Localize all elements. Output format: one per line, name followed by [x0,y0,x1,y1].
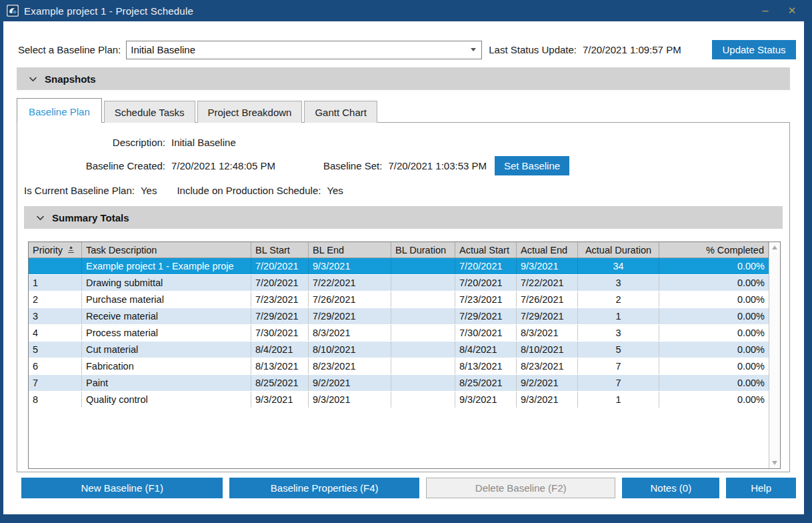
table-cell: 7/23/2021 [251,292,309,308]
baseline-plan-panel: Description: Initial Baseline Baseline C… [17,122,790,472]
include-production-label: Include on Production Schedule: [177,185,321,196]
description-label: Description: [17,137,165,148]
table-cell: 8/3/2021 [517,325,578,341]
table-cell: 7/20/2021 [455,275,517,291]
scroll-down-icon[interactable] [772,461,777,465]
table-cell: 1 [578,392,659,408]
table-cell: 7/23/2021 [455,292,517,308]
set-baseline-button[interactable]: Set Baseline [495,156,569,175]
table-cell: Purchase material [82,292,251,308]
table-cell [391,375,455,391]
table-cell: 5 [578,342,659,358]
table-cell: 7/26/2021 [309,292,391,308]
column-header-task-description[interactable]: Task Description [82,242,251,257]
table-cell: 9/3/2021 [251,392,309,408]
app-icon [7,5,19,17]
new-baseline-button[interactable]: New Baseline (F1) [21,478,223,498]
table-cell: 0.00% [659,358,769,374]
table-cell: Receive material [82,308,251,324]
minimize-button[interactable]: – [752,2,779,19]
table-cell: Cut material [82,342,251,358]
column-header-actual-end[interactable]: Actual End [517,242,578,257]
table-cell: 3 [29,308,82,324]
baseline-properties-button[interactable]: Baseline Properties (F4) [229,478,419,498]
table-row[interactable]: 7Paint8/25/20219/2/20218/25/20219/2/2021… [29,375,769,392]
table-cell: Paint [82,375,251,391]
table-cell: 7/22/2021 [309,275,391,291]
table-cell: 8/13/2021 [455,358,517,374]
table-cell: 8/25/2021 [251,375,309,391]
table-cell: 9/2/2021 [309,375,391,391]
table-cell [391,358,455,374]
table-cell: 7/29/2021 [455,308,517,324]
table-header: PriorityTask DescriptionBL StartBL EndBL… [29,242,769,258]
last-status-value: 7/20/2021 1:09:57 PM [583,44,681,55]
summary-table: PriorityTask DescriptionBL StartBL EndBL… [28,241,781,469]
description-row: Description: Initial Baseline [17,123,789,148]
table-cell: 7/20/2021 [251,258,309,274]
table-cell: 8/3/2021 [309,325,391,341]
table-row[interactable]: Example project 1 - Example proje7/20/20… [29,258,769,275]
table-row[interactable]: 6Fabrication8/13/20218/23/20218/13/20218… [29,358,769,375]
tab-schedule-tasks[interactable]: Schedule Tasks [104,101,195,123]
table-cell: 9/3/2021 [517,392,578,408]
include-production-value: Yes [327,185,343,196]
column-header-bl-end[interactable]: BL End [309,242,391,257]
table-cell: 8/4/2021 [455,342,517,358]
description-value: Initial Baseline [171,137,236,148]
table-cell: 34 [578,258,659,274]
baseline-dates-row: Baseline Created: 7/20/2021 12:48:05 PM … [17,148,789,175]
table-cell: Process material [82,325,251,341]
delete-baseline-button[interactable]: Delete Baseline (F2) [426,478,615,498]
help-button[interactable]: Help [726,478,796,498]
column-header--completed[interactable]: % Completed [659,242,769,257]
column-header-bl-start[interactable]: BL Start [251,242,309,257]
table-cell: 2 [29,292,82,308]
notes-button[interactable]: Notes (0) [622,478,719,498]
table-row[interactable]: 3Receive material7/29/20217/29/20217/29/… [29,308,769,325]
column-header-bl-duration[interactable]: BL Duration [391,242,455,257]
baseline-created-label: Baseline Created: [17,160,165,171]
table-cell [391,275,455,291]
table-cell [391,342,455,358]
close-button[interactable]: ✕ [779,2,805,19]
table-row[interactable]: 4Process material7/30/20218/3/20217/30/2… [29,325,769,342]
scroll-up-icon[interactable] [772,245,777,249]
table-row[interactable]: 8Quality control9/3/20219/3/20219/3/2021… [29,392,769,408]
table-cell [391,292,455,308]
table-cell: 7/30/2021 [251,325,309,341]
snapshots-section-header[interactable]: Snapshots [17,67,790,90]
baseline-set-label: Baseline Set: [323,160,382,171]
table-cell: 7 [578,375,659,391]
baseline-plan-combobox[interactable]: Initial Baseline [126,41,482,59]
table-cell: 8/10/2021 [309,342,391,358]
baseline-plan-value: Initial Baseline [131,44,467,55]
update-status-button[interactable]: Update Status [712,40,796,59]
tab-baseline-plan[interactable]: Baseline Plan [17,98,102,123]
column-header-actual-start[interactable]: Actual Start [455,242,517,257]
summary-totals-section-label: Summary Totals [52,212,129,223]
tab-project-breakdown[interactable]: Project Breakdown [197,101,303,123]
column-header-priority[interactable]: Priority [29,242,82,257]
table-cell: 1 [29,275,82,291]
is-current-label: Is Current Baseline Plan: [24,185,135,196]
tab-gantt-chart[interactable]: Gantt Chart [304,101,377,123]
table-cell: 7/29/2021 [251,308,309,324]
table-cell: 8/23/2021 [517,358,578,374]
table-cell [391,392,455,408]
column-header-actual-duration[interactable]: Actual Duration [578,242,659,257]
current-baseline-row: Is Current Baseline Plan: Yes Include on… [17,175,789,196]
table-cell: 7/20/2021 [251,275,309,291]
table-row[interactable]: 1Drawing submittal7/20/20217/22/20217/20… [29,275,769,292]
table-cell: Example project 1 - Example proje [82,258,251,274]
table-cell: 3 [578,275,659,291]
table-cell: 8/4/2021 [251,342,309,358]
vertical-scrollbar[interactable] [769,242,780,468]
baseline-select-label: Select a Baseline Plan: [18,44,121,55]
summary-totals-section-header[interactable]: Summary Totals [24,206,783,229]
table-row[interactable]: 2Purchase material7/23/20217/26/20217/23… [29,292,769,308]
table-row[interactable]: 5Cut material8/4/20218/10/20218/4/20218/… [29,342,769,358]
tab-bar: Baseline PlanSchedule TasksProject Break… [17,97,791,122]
table-cell: 9/3/2021 [455,392,517,408]
summary-table-main: PriorityTask DescriptionBL StartBL EndBL… [29,242,769,468]
